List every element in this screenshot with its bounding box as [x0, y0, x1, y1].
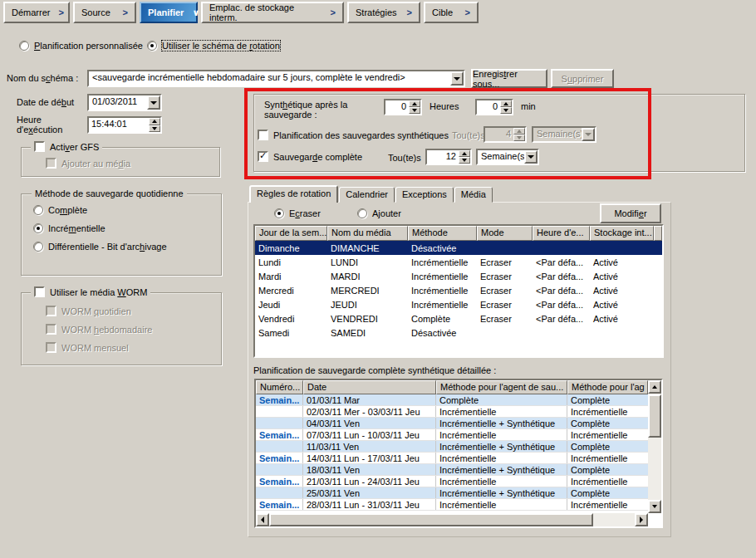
spin-down-button[interactable] [513, 135, 525, 141]
detail-table-row[interactable]: Semain...07/03/11 Lun - 10/03/11 JeuIncr… [256, 429, 648, 441]
tab-demarrer[interactable]: Démarrer > [3, 2, 70, 23]
table-cell: 07/03/11 Lun - 10/03/11 Jeu [303, 429, 436, 440]
dropdown-button[interactable] [524, 150, 538, 164]
down-arrow-icon [462, 159, 467, 162]
detail-table-row[interactable]: 25/03/11 VenIncrémentielle + Synthétique… [256, 487, 648, 499]
full-backup-every-value: 12 [427, 150, 459, 164]
spin-up-button[interactable] [459, 150, 470, 157]
tab-emplacement-stockage[interactable]: Emplac. de stockage interm. > [201, 2, 344, 23]
column-header-media-name[interactable]: Nom du média [327, 226, 408, 241]
tab-regles-de-rotation[interactable]: Règles de rotation [249, 185, 338, 203]
column-header-number[interactable]: Numéro... [256, 380, 303, 394]
gfs-append-checkbox[interactable]: Ajouter au média [46, 158, 130, 169]
scroll-up-button[interactable] [648, 380, 661, 394]
synthetic-hours-spinner[interactable]: 0 [384, 99, 422, 115]
detail-table-row[interactable]: 02/03/11 Mer - 03/03/11 JeuIncrémentiell… [256, 406, 648, 418]
gfs-enable-checkbox[interactable]: Activer GFS [31, 141, 102, 152]
start-date-combo[interactable]: 01/03/2011 [87, 94, 162, 111]
synthetic-plan-unit-combo[interactable]: Semaine(s) [532, 126, 596, 143]
detail-table-row[interactable]: Semain...21/03/11 Lun - 24/03/11 JeuIncr… [256, 476, 648, 487]
scrollbar-thumb[interactable] [269, 513, 593, 526]
tab-strategies[interactable]: Stratégies > [347, 2, 420, 23]
worm-weekly-label: WORM hebdomadaire [61, 325, 152, 335]
method-differential-radio[interactable]: Différentielle - Bit d'archivage [33, 242, 167, 252]
append-radio[interactable]: Ajouter [357, 208, 401, 218]
tab-planifier[interactable]: Planifier ∨ [140, 2, 198, 23]
column-header-method[interactable]: Méthode [408, 226, 477, 241]
detail-schedule-label: Planification de sauvegarde complète syn… [253, 365, 496, 375]
method-incremental-radio[interactable]: Incrémentielle [33, 223, 106, 233]
dropdown-button[interactable] [147, 95, 160, 110]
rotation-table-row[interactable]: MardiMARDIIncrémentielleEcraser<Par défa… [255, 269, 662, 283]
spin-down-button[interactable] [459, 157, 470, 164]
synthetic-plan-checkbox[interactable]: Planification des sauvegardes synthétiqu… [258, 130, 485, 140]
table-cell: 21/03/11 Lun - 24/03/11 Jeu [303, 476, 436, 487]
modify-button[interactable]: Modifier [600, 203, 661, 223]
rotation-table-row[interactable]: JeudiJEUDIIncrémentielleEcraser<Par défa… [255, 297, 662, 311]
rotation-table-row[interactable]: SamediSAMEDIDésactivée [255, 326, 662, 340]
scroll-left-button[interactable] [256, 513, 269, 526]
synthetic-plan-every-spinner[interactable]: 4 [484, 126, 527, 143]
rotation-table-row[interactable]: VendrediVENDREDIComplèteEcraser<Par défa… [255, 311, 662, 326]
spin-up-button[interactable] [409, 100, 420, 107]
tab-label: Média [461, 189, 486, 199]
detail-table-row[interactable]: 04/03/11 VenIncrémentielle + Synthétique… [256, 418, 648, 429]
detail-table-row[interactable]: Semain...01/03/11 MarComplèteComplète [256, 394, 648, 406]
detail-table-row[interactable]: 18/03/11 VenIncrémentielle + Synthétique… [256, 464, 648, 476]
delete-button[interactable]: Supprimer [551, 69, 614, 88]
table-cell: Incrémentielle [436, 453, 567, 463]
spin-down-button[interactable] [149, 125, 160, 133]
rotation-plan-radio[interactable]: Utiliser le schéma de rotation [147, 41, 280, 51]
scrollbar-thumb[interactable] [648, 394, 661, 438]
spin-up-button[interactable] [149, 118, 160, 125]
rotation-table-row[interactable]: MercrediMERCREDIIncrémentielleEcraser<Pa… [255, 283, 662, 297]
overwrite-radio[interactable]: Ecraser [274, 208, 321, 218]
method-complete-radio[interactable]: Complète [33, 205, 87, 215]
spin-up-button[interactable] [500, 100, 512, 107]
spin-down-button[interactable] [409, 107, 420, 114]
synthetic-plan-label: Planification des sauvegardes synthétiqu… [273, 130, 449, 140]
full-backup-every-spinner[interactable]: 12 [425, 149, 472, 165]
tab-source[interactable]: Source > [73, 2, 136, 23]
detail-table-row[interactable]: 11/03/11 VenIncrémentielle + Synthétique… [256, 441, 648, 453]
table-cell: 11/03/11 Ven [303, 441, 436, 452]
rotation-table-row[interactable]: DimancheDIMANCHEDésactivée [255, 241, 662, 255]
scroll-right-button[interactable] [635, 513, 648, 526]
synthetic-min-spinner[interactable]: 0 [475, 99, 513, 115]
full-backup-checkbox[interactable]: Sauvegarde complète [258, 151, 362, 162]
column-header-staging[interactable]: Stockage int... [590, 226, 654, 241]
table-cell: 02/03/11 Mer - 03/03/11 Jeu [303, 406, 436, 417]
custom-plan-radio[interactable]: Planification personnalisée [19, 41, 143, 51]
table-cell: Incrémentielle [567, 453, 648, 463]
tab-label: Règles de rotation [257, 188, 331, 198]
column-header-agent-method[interactable]: Méthode pour l'agent de sau... [436, 380, 567, 394]
column-header-day[interactable]: Jour de la sem... [255, 226, 327, 241]
detail-table-row[interactable]: Semain...28/03/11 Lun - 31/03/11 JeuIncr… [256, 499, 648, 511]
save-as-button[interactable]: Enregistrer sous... [471, 69, 547, 88]
column-header-date[interactable]: Date [303, 380, 436, 394]
dropdown-button[interactable] [450, 71, 464, 86]
horizontal-scrollbar[interactable] [256, 513, 648, 526]
tab-media[interactable]: Média [454, 187, 493, 203]
worm-weekly-checkbox[interactable]: WORM hebdomadaire [46, 324, 152, 335]
worm-monthly-checkbox[interactable]: WORM mensuel [46, 342, 129, 353]
column-header-mode[interactable]: Mode [477, 226, 533, 241]
tab-cible[interactable]: Cible > [424, 2, 479, 23]
spin-down-button[interactable] [500, 107, 512, 114]
table-cell: Incrémentielle [408, 257, 477, 267]
rotation-table-row[interactable]: LundiLUNDIIncrémentielleEcraser<Par défa… [255, 255, 662, 269]
vertical-scrollbar[interactable] [648, 380, 661, 513]
column-header-agent-method-2[interactable]: Méthode pour l'ag [567, 380, 648, 394]
scroll-down-button[interactable] [648, 500, 661, 513]
detail-table-row[interactable]: Semain...14/03/11 Lun - 17/03/11 JeuIncr… [256, 453, 648, 464]
spin-up-button[interactable] [513, 128, 525, 135]
dropdown-button[interactable] [582, 128, 595, 141]
full-backup-unit-combo[interactable]: Semaine(s) [476, 149, 539, 165]
tab-calendrier[interactable]: Calendrier [339, 187, 395, 203]
schema-name-combo[interactable]: <sauvegarde incrémentielle hebdomadaire … [87, 70, 465, 87]
worm-enable-checkbox[interactable]: Utiliser le média WORM [31, 286, 150, 297]
tab-exceptions[interactable]: Exceptions [395, 187, 454, 203]
column-header-time[interactable]: Heure d'e... [533, 226, 590, 241]
start-time-spinner[interactable]: 15:44:01 [87, 116, 162, 134]
worm-daily-checkbox[interactable]: WORM quotidien [46, 306, 131, 316]
